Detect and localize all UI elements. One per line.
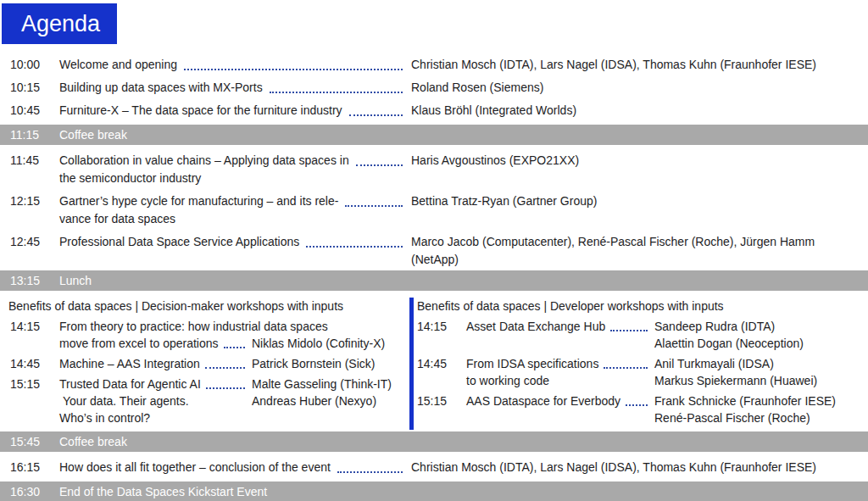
speaker-names: Malte Gasseling (Think-IT) xyxy=(252,376,392,392)
speaker-names: Frank Schnicke (Fraunhofer IESE) xyxy=(654,392,836,409)
session-title: Gartner’s hype cycle for manufacturing –… xyxy=(59,192,338,210)
workshop-row: 14:15 Asset Data Exchange Hub Sandeep Ru… xyxy=(417,318,868,352)
speaker-names: Patrick Bornstein (Sick) xyxy=(252,355,375,372)
time-label: 11:15 xyxy=(10,128,59,142)
session-title: Furniture-X – The data space for the fur… xyxy=(59,102,342,120)
agenda-row: 12:45 Professional Data Space Service Ap… xyxy=(0,233,868,269)
break-label: Lunch xyxy=(59,274,92,287)
time-label: 15:15 xyxy=(417,392,466,426)
speaker-names: Andreas Huber (Nexyo) xyxy=(252,392,376,409)
session-title-line3: Who’s in control? xyxy=(59,409,150,426)
agenda-row: 11:45 Collaboration in value chains – Ap… xyxy=(0,152,868,187)
session-title: From IDSA specifications xyxy=(466,355,598,372)
workshop-column-right: Benefits of data spaces | Developer work… xyxy=(414,298,868,430)
time-label: 15:45 xyxy=(10,435,59,448)
leader-dots xyxy=(345,192,403,207)
leader-dots xyxy=(610,318,648,331)
workshop-row: 14:45 Machine – AAS Integration Patrick … xyxy=(0,355,409,372)
end-of-event-label: End of the Data Spaces Kickstart Event xyxy=(59,485,267,498)
session-title: Welcome and opening xyxy=(59,56,177,74)
session-title: Machine – AAS Integration xyxy=(59,355,200,372)
session-title: Asset Data Exchange Hub xyxy=(466,318,605,335)
speaker-names: Alaettin Dogan (Neoception) xyxy=(654,335,804,352)
leader-dots xyxy=(337,459,403,473)
time-label: 16:30 xyxy=(10,485,59,498)
leader-dots xyxy=(205,355,245,369)
session-title: From theory to practice: how industrial … xyxy=(59,318,328,335)
session-title-line2: the semiconductor industry xyxy=(59,170,411,187)
time-label: 14:15 xyxy=(417,318,466,352)
workshop-row: 14:15 From theory to practice: how indus… xyxy=(0,318,409,352)
workshop-row: 15:15 AAS Dataspace for Everbody Frank S… xyxy=(417,392,868,426)
time-label: 15:15 xyxy=(10,376,59,426)
agenda-badge: Agenda xyxy=(2,3,117,44)
speaker-names: Bettina Tratz-Ryan (Gartner Group) xyxy=(411,192,868,210)
speaker-names: Anil Turkmayali (IDSA) xyxy=(654,355,774,372)
time-label: 10:00 xyxy=(10,56,59,74)
time-label: 14:45 xyxy=(10,355,59,372)
leader-dots xyxy=(184,56,403,70)
time-label: 14:45 xyxy=(417,355,466,389)
workshop-header-left: Benefits of data spaces | Decision-maker… xyxy=(0,298,409,315)
agenda-row: 10:00 Welcome and opening Christian Mosc… xyxy=(0,56,868,74)
break-bar-coffee-2: 15:45 Coffee break xyxy=(0,431,868,452)
agenda-row: 10:45 Furniture-X – The data space for t… xyxy=(0,102,868,120)
session-title: Collaboration in value chains – Applying… xyxy=(59,152,349,170)
workshop-section: Benefits of data spaces | Decision-maker… xyxy=(0,298,868,430)
time-label: 13:15 xyxy=(10,274,59,287)
workshop-column-left: Benefits of data spaces | Decision-maker… xyxy=(0,298,409,430)
session-title: AAS Dataspace for Everbody xyxy=(466,392,620,409)
time-label: 10:45 xyxy=(10,102,59,120)
break-label: Coffee break xyxy=(59,128,127,142)
speaker-names: Klaus Bröhl (Integrated Worlds) xyxy=(411,102,868,120)
time-label: 14:15 xyxy=(10,318,59,352)
session-title-line2: Your data. Their agents. xyxy=(59,392,189,409)
speaker-names: Sandeep Rudra (IDTA) xyxy=(654,318,775,335)
agenda-badge-label: Agenda xyxy=(21,11,100,37)
session-title: Professional Data Space Service Applicat… xyxy=(59,233,299,251)
session-title: How does it all fit together – conclusio… xyxy=(59,459,331,476)
agenda-row: 10:15 Building up data spaces with MX-Po… xyxy=(0,79,868,97)
workshop-header-right: Benefits of data spaces | Developer work… xyxy=(417,298,868,315)
leader-dots xyxy=(626,392,648,406)
leader-dots xyxy=(356,152,403,166)
session-title-line2: move from excel to operations xyxy=(59,335,219,352)
session-title: Building up data spaces with MX-Ports xyxy=(59,79,263,97)
leader-dots xyxy=(206,376,245,389)
time-label: 12:15 xyxy=(10,192,59,210)
time-label: 12:45 xyxy=(10,233,59,251)
speaker-names: René-Pascal Fischer (Roche) xyxy=(654,409,810,426)
workshop-row: 15:15 Trusted Data for Agentic AI Malte … xyxy=(0,376,409,426)
break-label: Coffee break xyxy=(59,435,127,448)
time-label: 10:15 xyxy=(10,79,59,97)
speaker-names: Haris Avgoustinos (EXPO21XX) xyxy=(411,152,868,170)
leader-dots xyxy=(604,355,648,369)
break-bar-lunch: 13:15 Lunch xyxy=(0,270,868,291)
leader-dots xyxy=(270,79,403,93)
end-of-event-bar: 16:30 End of the Data Spaces Kickstart E… xyxy=(0,482,868,501)
speaker-names: Markus Spiekermann (Huawei) xyxy=(654,372,817,389)
session-title-line2: to working code xyxy=(466,372,549,389)
workshop-row: 14:45 From IDSA specifications Anil Turk… xyxy=(417,355,868,389)
leader-dots xyxy=(349,102,403,116)
break-bar-coffee-1: 11:15 Coffee break xyxy=(0,125,868,145)
session-title: Trusted Data for Agentic AI xyxy=(59,376,201,392)
agenda-row: 16:15 How does it all fit together – con… xyxy=(0,459,868,476)
leader-dots xyxy=(306,233,403,248)
session-title-line2: vance for data spaces xyxy=(59,210,411,228)
agenda-row: 12:15 Gartner’s hype cycle for manufactu… xyxy=(0,192,868,228)
speaker-names: Niklas Midolo (Cofinity-X) xyxy=(252,335,385,352)
time-label: 11:45 xyxy=(10,152,59,170)
speaker-names: Christian Mosch (IDTA), Lars Nagel (IDSA… xyxy=(411,459,868,476)
leader-dots xyxy=(224,335,245,348)
speaker-names: Roland Rosen (Siemens) xyxy=(411,79,868,97)
speaker-names: Marco Jacob (Computacenter), René-Pascal… xyxy=(411,233,868,269)
speaker-names: Christian Mosch (IDTA), Lars Nagel (IDSA… xyxy=(411,56,868,74)
time-label: 16:15 xyxy=(10,459,59,476)
